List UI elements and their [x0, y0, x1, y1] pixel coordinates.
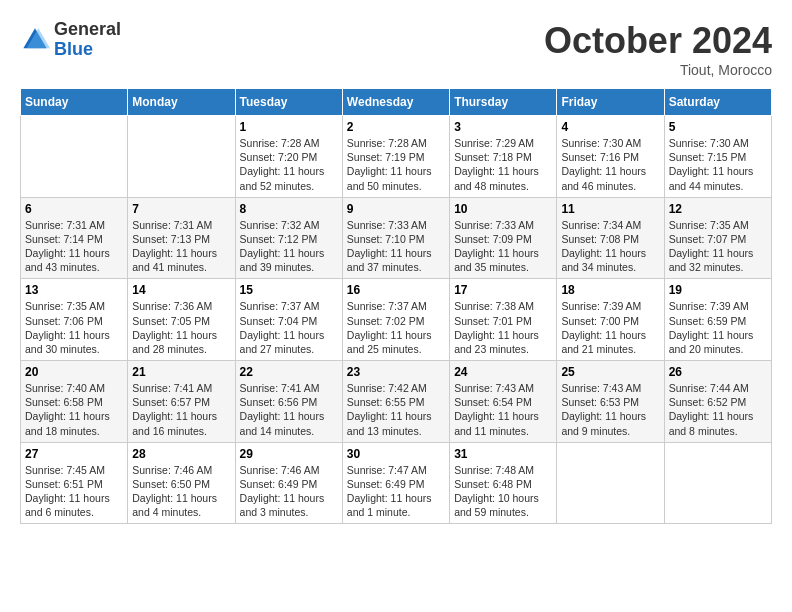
day-header-friday: Friday	[557, 89, 664, 116]
week-row-5: 27Sunrise: 7:45 AM Sunset: 6:51 PM Dayli…	[21, 442, 772, 524]
logo: General Blue	[20, 20, 121, 60]
day-info: Sunrise: 7:39 AM Sunset: 7:00 PM Dayligh…	[561, 299, 659, 356]
calendar-cell: 16Sunrise: 7:37 AM Sunset: 7:02 PM Dayli…	[342, 279, 449, 361]
day-number: 6	[25, 202, 123, 216]
day-info: Sunrise: 7:29 AM Sunset: 7:18 PM Dayligh…	[454, 136, 552, 193]
day-info: Sunrise: 7:39 AM Sunset: 6:59 PM Dayligh…	[669, 299, 767, 356]
calendar-cell: 20Sunrise: 7:40 AM Sunset: 6:58 PM Dayli…	[21, 361, 128, 443]
calendar-cell: 9Sunrise: 7:33 AM Sunset: 7:10 PM Daylig…	[342, 197, 449, 279]
calendar-cell: 24Sunrise: 7:43 AM Sunset: 6:54 PM Dayli…	[450, 361, 557, 443]
day-info: Sunrise: 7:28 AM Sunset: 7:20 PM Dayligh…	[240, 136, 338, 193]
page-header: General Blue October 2024 Tiout, Morocco	[20, 20, 772, 78]
day-number: 4	[561, 120, 659, 134]
day-number: 9	[347, 202, 445, 216]
day-info: Sunrise: 7:44 AM Sunset: 6:52 PM Dayligh…	[669, 381, 767, 438]
calendar-cell	[21, 116, 128, 198]
day-header-wednesday: Wednesday	[342, 89, 449, 116]
calendar-cell: 26Sunrise: 7:44 AM Sunset: 6:52 PM Dayli…	[664, 361, 771, 443]
day-number: 25	[561, 365, 659, 379]
day-number: 1	[240, 120, 338, 134]
day-number: 11	[561, 202, 659, 216]
week-row-2: 6Sunrise: 7:31 AM Sunset: 7:14 PM Daylig…	[21, 197, 772, 279]
calendar-cell: 22Sunrise: 7:41 AM Sunset: 6:56 PM Dayli…	[235, 361, 342, 443]
day-info: Sunrise: 7:46 AM Sunset: 6:49 PM Dayligh…	[240, 463, 338, 520]
day-number: 3	[454, 120, 552, 134]
day-header-tuesday: Tuesday	[235, 89, 342, 116]
day-info: Sunrise: 7:47 AM Sunset: 6:49 PM Dayligh…	[347, 463, 445, 520]
calendar-cell: 27Sunrise: 7:45 AM Sunset: 6:51 PM Dayli…	[21, 442, 128, 524]
calendar-cell: 31Sunrise: 7:48 AM Sunset: 6:48 PM Dayli…	[450, 442, 557, 524]
week-row-4: 20Sunrise: 7:40 AM Sunset: 6:58 PM Dayli…	[21, 361, 772, 443]
calendar-cell: 17Sunrise: 7:38 AM Sunset: 7:01 PM Dayli…	[450, 279, 557, 361]
day-info: Sunrise: 7:34 AM Sunset: 7:08 PM Dayligh…	[561, 218, 659, 275]
title-block: October 2024 Tiout, Morocco	[544, 20, 772, 78]
day-header-saturday: Saturday	[664, 89, 771, 116]
calendar-body: 1Sunrise: 7:28 AM Sunset: 7:20 PM Daylig…	[21, 116, 772, 524]
day-info: Sunrise: 7:38 AM Sunset: 7:01 PM Dayligh…	[454, 299, 552, 356]
day-info: Sunrise: 7:30 AM Sunset: 7:15 PM Dayligh…	[669, 136, 767, 193]
day-info: Sunrise: 7:35 AM Sunset: 7:07 PM Dayligh…	[669, 218, 767, 275]
calendar-cell: 14Sunrise: 7:36 AM Sunset: 7:05 PM Dayli…	[128, 279, 235, 361]
calendar-cell: 11Sunrise: 7:34 AM Sunset: 7:08 PM Dayli…	[557, 197, 664, 279]
day-number: 17	[454, 283, 552, 297]
day-number: 16	[347, 283, 445, 297]
day-info: Sunrise: 7:28 AM Sunset: 7:19 PM Dayligh…	[347, 136, 445, 193]
day-number: 2	[347, 120, 445, 134]
day-number: 15	[240, 283, 338, 297]
day-number: 27	[25, 447, 123, 461]
day-info: Sunrise: 7:37 AM Sunset: 7:04 PM Dayligh…	[240, 299, 338, 356]
day-info: Sunrise: 7:31 AM Sunset: 7:14 PM Dayligh…	[25, 218, 123, 275]
calendar-cell: 10Sunrise: 7:33 AM Sunset: 7:09 PM Dayli…	[450, 197, 557, 279]
day-info: Sunrise: 7:41 AM Sunset: 6:57 PM Dayligh…	[132, 381, 230, 438]
month-title: October 2024	[544, 20, 772, 62]
day-info: Sunrise: 7:45 AM Sunset: 6:51 PM Dayligh…	[25, 463, 123, 520]
day-number: 26	[669, 365, 767, 379]
day-number: 13	[25, 283, 123, 297]
calendar-cell: 3Sunrise: 7:29 AM Sunset: 7:18 PM Daylig…	[450, 116, 557, 198]
day-info: Sunrise: 7:32 AM Sunset: 7:12 PM Dayligh…	[240, 218, 338, 275]
day-number: 29	[240, 447, 338, 461]
calendar-header: SundayMondayTuesdayWednesdayThursdayFrid…	[21, 89, 772, 116]
calendar-cell: 30Sunrise: 7:47 AM Sunset: 6:49 PM Dayli…	[342, 442, 449, 524]
location: Tiout, Morocco	[544, 62, 772, 78]
day-info: Sunrise: 7:41 AM Sunset: 6:56 PM Dayligh…	[240, 381, 338, 438]
day-info: Sunrise: 7:35 AM Sunset: 7:06 PM Dayligh…	[25, 299, 123, 356]
logo-icon	[20, 25, 50, 55]
calendar-cell	[664, 442, 771, 524]
day-info: Sunrise: 7:33 AM Sunset: 7:09 PM Dayligh…	[454, 218, 552, 275]
day-number: 20	[25, 365, 123, 379]
calendar-cell: 4Sunrise: 7:30 AM Sunset: 7:16 PM Daylig…	[557, 116, 664, 198]
day-number: 18	[561, 283, 659, 297]
day-info: Sunrise: 7:46 AM Sunset: 6:50 PM Dayligh…	[132, 463, 230, 520]
day-info: Sunrise: 7:48 AM Sunset: 6:48 PM Dayligh…	[454, 463, 552, 520]
day-info: Sunrise: 7:42 AM Sunset: 6:55 PM Dayligh…	[347, 381, 445, 438]
day-number: 28	[132, 447, 230, 461]
week-row-1: 1Sunrise: 7:28 AM Sunset: 7:20 PM Daylig…	[21, 116, 772, 198]
day-info: Sunrise: 7:31 AM Sunset: 7:13 PM Dayligh…	[132, 218, 230, 275]
day-number: 31	[454, 447, 552, 461]
day-info: Sunrise: 7:33 AM Sunset: 7:10 PM Dayligh…	[347, 218, 445, 275]
day-number: 22	[240, 365, 338, 379]
calendar-cell: 28Sunrise: 7:46 AM Sunset: 6:50 PM Dayli…	[128, 442, 235, 524]
day-info: Sunrise: 7:43 AM Sunset: 6:53 PM Dayligh…	[561, 381, 659, 438]
calendar-cell: 18Sunrise: 7:39 AM Sunset: 7:00 PM Dayli…	[557, 279, 664, 361]
day-header-sunday: Sunday	[21, 89, 128, 116]
calendar-cell: 13Sunrise: 7:35 AM Sunset: 7:06 PM Dayli…	[21, 279, 128, 361]
day-number: 14	[132, 283, 230, 297]
week-row-3: 13Sunrise: 7:35 AM Sunset: 7:06 PM Dayli…	[21, 279, 772, 361]
day-header-thursday: Thursday	[450, 89, 557, 116]
calendar-cell: 23Sunrise: 7:42 AM Sunset: 6:55 PM Dayli…	[342, 361, 449, 443]
calendar-cell	[557, 442, 664, 524]
day-info: Sunrise: 7:37 AM Sunset: 7:02 PM Dayligh…	[347, 299, 445, 356]
logo-general: General	[54, 20, 121, 40]
day-number: 8	[240, 202, 338, 216]
logo-blue: Blue	[54, 40, 121, 60]
day-number: 5	[669, 120, 767, 134]
calendar-cell: 19Sunrise: 7:39 AM Sunset: 6:59 PM Dayli…	[664, 279, 771, 361]
day-number: 7	[132, 202, 230, 216]
calendar-cell	[128, 116, 235, 198]
day-info: Sunrise: 7:30 AM Sunset: 7:16 PM Dayligh…	[561, 136, 659, 193]
calendar-cell: 15Sunrise: 7:37 AM Sunset: 7:04 PM Dayli…	[235, 279, 342, 361]
day-header-monday: Monday	[128, 89, 235, 116]
calendar: SundayMondayTuesdayWednesdayThursdayFrid…	[20, 88, 772, 524]
